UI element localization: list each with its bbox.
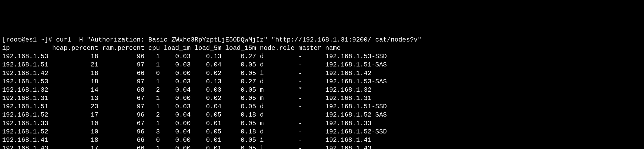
terminal-output: [root@es1 ~]# curl -H "Authorization: Ba… — [2, 36, 642, 149]
table-header-row: ip heap.percent ram.percent cpu load_1m … — [2, 44, 341, 52]
table-body: 192.168.1.53 18 96 1 0.03 0.13 0.27 d - … — [2, 53, 387, 149]
prompt: [root@es1 ~]# — [2, 36, 52, 43]
command-text: curl -H "Authorization: Basic ZWxhc3RpYz… — [56, 36, 421, 43]
command-line: [root@es1 ~]# curl -H "Authorization: Ba… — [2, 36, 421, 43]
